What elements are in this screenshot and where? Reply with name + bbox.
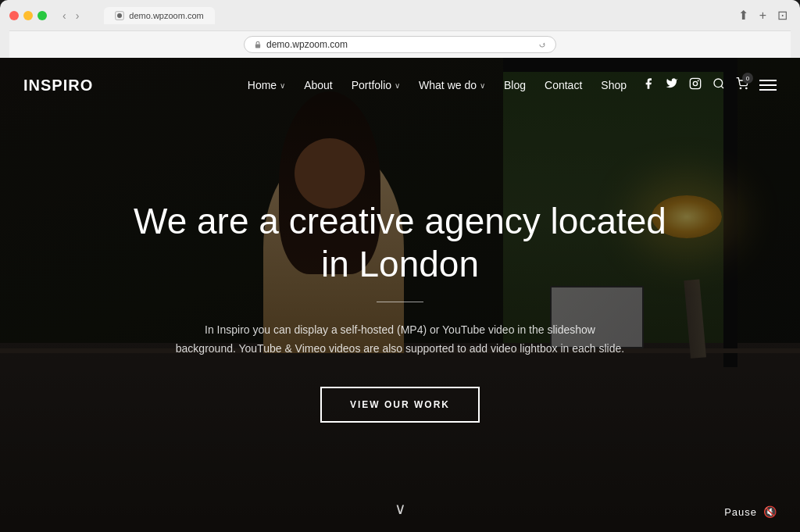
svg-point-8 <box>746 87 747 88</box>
search-svg <box>712 77 725 90</box>
nav-link-blog[interactable]: Blog <box>504 79 526 91</box>
browser-tab[interactable]: demo.wpzoom.com <box>104 7 214 24</box>
website: INSPIRO Home ∨ About Portfolio ∨ <box>0 58 800 532</box>
hero-subtitle: In Inspiro you can display a self-hosted… <box>173 321 627 359</box>
nav-item-shop[interactable]: Shop <box>601 79 627 91</box>
nav-link-portfolio[interactable]: Portfolio ∨ <box>352 79 400 91</box>
whatwedo-chevron: ∨ <box>480 81 485 90</box>
nav-link-home[interactable]: Home ∨ <box>248 79 285 91</box>
nav-item-home[interactable]: Home ∨ <box>248 79 285 91</box>
url-text: demo.wpzoom.com <box>266 39 348 50</box>
refresh-icon <box>538 41 546 48</box>
svg-rect-3 <box>690 78 700 88</box>
nav-item-whatwedo[interactable]: What we do ∨ <box>419 79 485 91</box>
traffic-light-green[interactable] <box>38 11 47 20</box>
mute-icon[interactable]: 🔇 <box>763 505 777 518</box>
traffic-lights <box>9 11 47 20</box>
nav-links: Home ∨ About Portfolio ∨ What we do ∨ <box>248 79 627 91</box>
tab-favicon <box>115 11 124 20</box>
instagram-icon[interactable] <box>689 77 702 93</box>
nav-item-portfolio[interactable]: Portfolio ∨ <box>352 79 400 91</box>
nav-item-about[interactable]: About <box>304 79 333 91</box>
nav-item-contact[interactable]: Contact <box>545 79 582 91</box>
svg-point-1 <box>117 13 122 18</box>
toolbar-actions: ⬆ + ⊡ <box>735 6 791 24</box>
twitter-svg <box>666 77 678 90</box>
tab-title: demo.wpzoom.com <box>129 11 203 20</box>
new-tab-button[interactable]: + <box>756 7 770 24</box>
hamburger-line-1 <box>759 80 777 81</box>
lock-icon <box>254 41 262 48</box>
back-button[interactable]: ‹ <box>59 9 70 23</box>
share-button[interactable]: ⬆ <box>735 6 752 24</box>
scroll-down-arrow[interactable]: ∨ <box>395 499 406 518</box>
forward-button[interactable]: › <box>73 9 83 23</box>
svg-point-6 <box>714 79 723 87</box>
hamburger-line-3 <box>759 89 777 91</box>
nav-icons: 0 <box>642 77 777 93</box>
hero-cta-button[interactable]: VIEW OUR WORK <box>320 387 480 423</box>
svg-point-7 <box>740 87 741 88</box>
svg-point-5 <box>698 80 698 81</box>
nav-link-shop[interactable]: Shop <box>601 79 627 91</box>
hamburger-menu[interactable] <box>759 80 777 91</box>
search-icon[interactable] <box>712 77 725 93</box>
browser-controls: ‹ › <box>59 9 82 23</box>
hero-content: We are a creative agency located in Lond… <box>0 58 800 532</box>
traffic-light-yellow[interactable] <box>23 11 33 20</box>
traffic-light-red[interactable] <box>9 11 19 20</box>
nav-link-whatwedo[interactable]: What we do ∨ <box>419 79 485 91</box>
address-bar[interactable]: demo.wpzoom.com <box>244 36 556 53</box>
cart-icon[interactable]: 0 <box>736 77 748 93</box>
browser-titlebar: ‹ › demo.wpzoom.com ⬆ + ⊡ <box>9 6 791 30</box>
hero-pause-controls: Pause 🔇 <box>724 505 777 518</box>
navigation: INSPIRO Home ∨ About Portfolio ∨ <box>0 58 800 112</box>
home-chevron: ∨ <box>280 81 285 90</box>
facebook-svg <box>642 77 655 90</box>
browser-chrome: ‹ › demo.wpzoom.com ⬆ + ⊡ demo.wpzoom.co <box>0 0 800 58</box>
svg-point-4 <box>693 81 697 85</box>
instagram-svg <box>689 77 702 90</box>
site-logo[interactable]: INSPIRO <box>23 77 93 95</box>
cart-badge: 0 <box>742 73 753 84</box>
browser-toolbar: demo.wpzoom.com <box>9 30 791 58</box>
hero-title: We are a creative agency located in Lond… <box>127 200 673 286</box>
nav-link-about[interactable]: About <box>304 79 333 91</box>
hero-divider <box>377 302 423 302</box>
hero-bottom-controls: ∨ Pause 🔇 <box>0 499 800 518</box>
portfolio-chevron: ∨ <box>395 81 400 90</box>
hamburger-line-2 <box>759 84 777 86</box>
twitter-icon[interactable] <box>666 77 678 93</box>
facebook-icon[interactable] <box>642 77 655 93</box>
pause-button[interactable]: Pause <box>724 506 757 518</box>
browser-tab-bar: demo.wpzoom.com <box>104 7 728 24</box>
nav-link-contact[interactable]: Contact <box>545 79 582 91</box>
nav-item-blog[interactable]: Blog <box>504 79 526 91</box>
svg-rect-2 <box>255 44 260 48</box>
sidebar-button[interactable]: ⊡ <box>774 6 791 24</box>
